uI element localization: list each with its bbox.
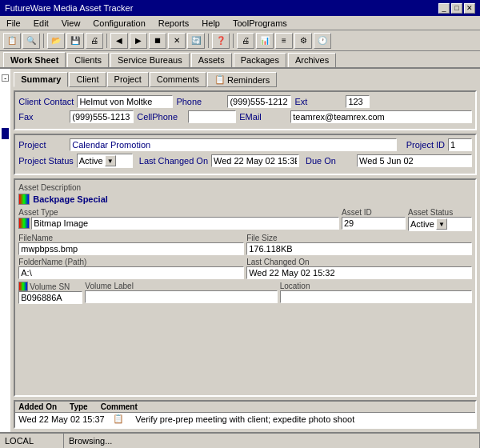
folder-group: FolderName (Path) — [18, 258, 244, 279]
tab-packages[interactable]: Packages — [234, 53, 286, 67]
close-button[interactable]: ✕ — [464, 3, 475, 14]
toolbar-forward[interactable]: ▶ — [130, 33, 147, 49]
changed-on-input[interactable] — [211, 154, 299, 167]
due-on-input[interactable] — [357, 154, 472, 167]
asset-changed-label: Last Changed On — [246, 258, 472, 266]
filesize-label: File Size — [246, 234, 472, 242]
changed-on-label: Last Changed On — [139, 156, 208, 166]
inner-tab-reminders[interactable]: 📋 Reminders — [207, 72, 277, 87]
toolbar-search[interactable]: 🔍 — [22, 33, 40, 49]
toolbar-workSheet[interactable]: 📋 — [3, 33, 21, 49]
fax-input[interactable] — [70, 110, 134, 123]
asset-type-label: Asset Type — [18, 208, 339, 217]
tab-service-bureaus[interactable]: Service Bureaus — [110, 53, 190, 67]
toolbar-sep1 — [43, 34, 44, 48]
menu-edit[interactable]: Edit — [30, 18, 52, 29]
tree-item-biz-card-ad[interactable]: 📄 Business Card Ad Inserts — [2, 117, 10, 128]
location-input[interactable] — [280, 290, 472, 303]
inner-tab-client[interactable]: Client — [69, 72, 106, 87]
notes-row[interactable]: Wed 22 May 02 15:37 📋 Verify pre-prep me… — [15, 413, 475, 425]
volume-label-input[interactable] — [85, 290, 277, 303]
asset-type-color-box — [18, 218, 30, 229]
menu-toolprograms[interactable]: ToolPrograms — [230, 18, 290, 29]
tree-item-june-newsletter[interactable]: + 📁 June Newsletter — [2, 150, 10, 162]
tree-item-company-cap2[interactable]: 📄 Company Capabilities — [2, 206, 10, 218]
asset-type-input[interactable] — [31, 217, 339, 230]
asset-status-dropdown[interactable]: Active ▼ — [408, 217, 472, 231]
tree-item-web-home[interactable]: 📄 Web Home Page — [2, 106, 10, 117]
tree-expand-root[interactable]: - — [2, 74, 9, 82]
tab-clients[interactable]: Clients — [67, 53, 109, 67]
tree-item-overview[interactable]: 📄 Overview Intro — [2, 173, 10, 184]
title-bar: FutureWare Media Asset Tracker _ □ ✕ — [0, 0, 480, 16]
tree-item-assoc[interactable]: 📄 Assoc... — [2, 229, 10, 240]
filename-input[interactable] — [18, 242, 244, 255]
inner-tab-project[interactable]: Project — [107, 72, 149, 87]
toolbar-cancel[interactable]: ✕ — [168, 33, 186, 49]
menu-file[interactable]: File — [3, 18, 24, 29]
cell-label: CellPhone — [137, 112, 185, 122]
toolbar-clock[interactable]: 🕐 — [314, 33, 331, 49]
tree-item-rate-sheet[interactable]: 📄 Rate Sheet And Mechanicals — [2, 94, 10, 106]
project-info-section: Project Project ID Project Status Active… — [14, 134, 477, 175]
asset-id-input[interactable] — [342, 217, 406, 230]
tree-item-biz-card-inserts[interactable]: 📄 Business Card Ad Inserts — [2, 184, 10, 195]
volume-label-group: Volume Label — [85, 282, 277, 304]
volume-sn-label: Volume SN — [30, 282, 70, 291]
maximize-button[interactable]: □ — [451, 3, 462, 14]
status-value: Active — [79, 156, 103, 166]
status-dropdown-arrow[interactable]: ▼ — [105, 155, 116, 166]
toolbar-print[interactable]: 🖨 — [86, 33, 103, 49]
tree-item-storefront[interactable]: - 📁 StoreFront Design — [2, 162, 10, 173]
toolbar-help[interactable]: ❓ — [212, 33, 230, 49]
tree-item-calendar-promotion[interactable]: - 📁 Calendar Promotion — [2, 83, 10, 94]
project-id-input[interactable] — [448, 138, 472, 151]
tree-item-workflow[interactable]: 📄 Workflow diagram — [2, 195, 10, 206]
asset-changed-input[interactable] — [246, 266, 472, 279]
ext-input[interactable] — [346, 95, 370, 108]
menu-bar: File Edit View Configuration Reports Hel… — [0, 16, 480, 30]
inner-tab-comments[interactable]: Comments — [150, 72, 206, 87]
cell-input[interactable] — [188, 110, 236, 123]
asset-status-value: Active — [410, 219, 434, 229]
asset-title: Backpage Special — [18, 194, 472, 205]
project-input[interactable] — [70, 138, 396, 151]
tree-item-logo[interactable]: 📄 Logo Artwork — [2, 218, 10, 229]
toolbar-list[interactable]: ≡ — [275, 33, 293, 49]
email-input[interactable] — [290, 110, 472, 123]
toolbar-options[interactable]: ⚙ — [294, 33, 312, 49]
volume-sn-input[interactable] — [18, 291, 82, 304]
menu-reports[interactable]: Reports — [155, 18, 193, 29]
toolbar-print2[interactable]: 🖨 — [237, 33, 254, 49]
inner-tab-bar: Summary Client Project Comments 📋 Remind… — [14, 72, 477, 87]
contact-label: Client Contact — [18, 97, 74, 106]
minimize-button[interactable]: _ — [438, 3, 450, 14]
status-dropdown[interactable]: Active ▼ — [77, 154, 133, 168]
tree-root[interactable]: - 🏢 Acme Printing Company — [2, 72, 7, 83]
contact-input[interactable] — [77, 95, 173, 108]
status-label: Project Status — [18, 156, 73, 166]
folder-input[interactable] — [18, 266, 244, 279]
tree-item-company-cap[interactable]: 📄 Company Capabilities — [2, 139, 10, 150]
toolbar-chart[interactable]: 📊 — [256, 33, 274, 49]
tab-archives[interactable]: Archives — [288, 53, 336, 67]
filesize-input[interactable] — [246, 242, 472, 255]
main-tab-bar: Work Sheet Clients Service Bureaus Asset… — [0, 51, 480, 69]
menu-configuration[interactable]: Configuration — [90, 18, 148, 29]
toolbar-sep3 — [208, 34, 209, 48]
asset-status-arrow[interactable]: ▼ — [436, 218, 447, 230]
tree-item-backpage[interactable]: 📄 Backpage Special — [2, 128, 10, 139]
asset-status-label: Asset Status — [408, 208, 472, 217]
tab-assets[interactable]: Assets — [191, 53, 232, 67]
project-row: Project Project ID — [18, 138, 472, 151]
menu-help[interactable]: Help — [198, 18, 223, 29]
toolbar-refresh[interactable]: 🔄 — [187, 33, 205, 49]
toolbar-stop[interactable]: ⏹ — [149, 33, 166, 49]
phone-input[interactable] — [227, 95, 291, 108]
inner-tab-summary[interactable]: Summary — [14, 72, 68, 87]
toolbar-back[interactable]: ◀ — [110, 33, 128, 49]
tab-worksheet[interactable]: Work Sheet — [3, 52, 66, 67]
menu-view[interactable]: View — [58, 18, 84, 29]
toolbar-open[interactable]: 📂 — [47, 33, 65, 49]
toolbar-save[interactable]: 💾 — [66, 33, 84, 49]
